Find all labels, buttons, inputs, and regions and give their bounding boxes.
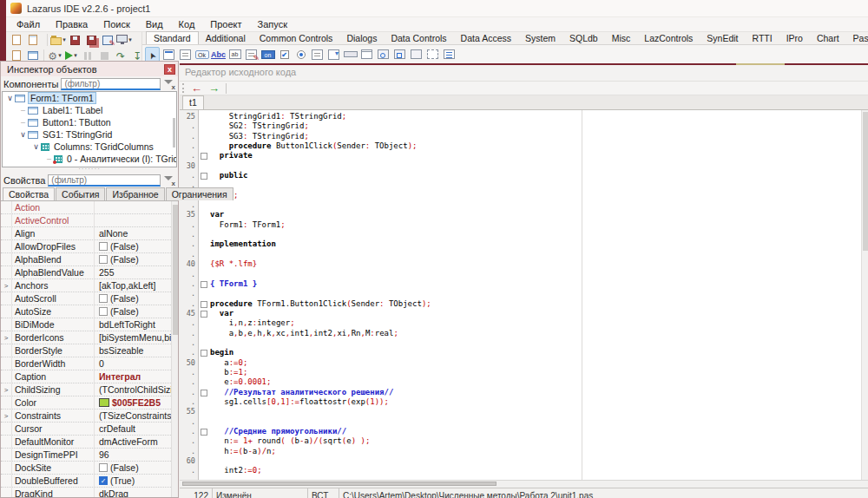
- fold-marker-icon[interactable]: [199, 279, 210, 289]
- expander-icon[interactable]: ∨: [18, 130, 28, 139]
- property-value[interactable]: (False): [95, 306, 178, 317]
- property-value[interactable]: (TControlChildSizing): [95, 384, 178, 395]
- tbutton-component[interactable]: Ok: [194, 47, 209, 62]
- property-row-action[interactable]: Action: [1, 201, 178, 214]
- menu-item-1[interactable]: Файл: [9, 18, 48, 30]
- menu-item-7[interactable]: Запуск: [250, 18, 295, 30]
- tcheckbox-component[interactable]: ✔: [277, 47, 292, 62]
- fold-marker-icon[interactable]: [199, 299, 210, 309]
- palette-tab-additional[interactable]: Additional: [199, 32, 253, 44]
- menu-item-3[interactable]: Поиск: [95, 18, 137, 30]
- property-value[interactable]: 255: [95, 267, 178, 278]
- property-row-color[interactable]: Color$005FE2B5: [1, 396, 178, 410]
- fold-marker-icon[interactable]: [199, 427, 210, 436]
- expander-icon[interactable]: ∨: [5, 94, 15, 102]
- property-value[interactable]: dkDrag: [95, 488, 178, 497]
- property-value[interactable]: bsSizeable: [95, 345, 178, 356]
- tmainmenu-component[interactable]: [161, 47, 176, 62]
- property-grid-scrollbar[interactable]: [171, 201, 178, 497]
- property-value[interactable]: (False): [95, 254, 178, 265]
- tree-item-0-аналитически-i[interactable]: –0 - Аналитически (I): TGridColumn: [3, 153, 176, 165]
- property-row-defaultmonitor[interactable]: DefaultMonitordmActiveForm: [1, 436, 178, 449]
- palette-tab-misc[interactable]: Misc: [605, 32, 638, 44]
- palette-tab-system[interactable]: System: [518, 32, 562, 44]
- dropdown-arrow-icon[interactable]: ▾: [58, 52, 62, 59]
- inspector-tab-свойства[interactable]: Свойства: [3, 187, 55, 200]
- menu-item-5[interactable]: Код: [171, 18, 203, 30]
- property-row-borderwidth[interactable]: BorderWidth0: [1, 357, 178, 370]
- component-tree[interactable]: ∨Form1: TForm1–Label1: TLabel–Button1: T…: [2, 91, 177, 167]
- property-value[interactable]: (False): [95, 462, 178, 473]
- open-unit-button[interactable]: [25, 33, 41, 48]
- property-row-anchors[interactable]: >Anchors[akTop,akLeft]: [1, 279, 178, 292]
- tframe-component[interactable]: [425, 47, 440, 62]
- code-area[interactable]: 25 StringGrid1: TStringGrid;. SG2: TStri…: [180, 110, 868, 480]
- property-row-bordericons[interactable]: >BorderIcons[biSystemMenu,biMinimi: [1, 331, 178, 344]
- property-row-doublebuffered[interactable]: DoubleBuffered✓(True): [1, 475, 178, 488]
- property-value[interactable]: [biSystemMenu,biMinimi: [95, 332, 178, 343]
- tree-item-form1[interactable]: ∨Form1: TForm1: [3, 92, 176, 104]
- property-value[interactable]: crDefault: [95, 423, 178, 434]
- property-value[interactable]: $005FE2B5: [95, 397, 178, 408]
- vertical-scrollbar-thumb[interactable]: [863, 112, 868, 251]
- toggle-form-unit-button[interactable]: [100, 33, 115, 48]
- property-value[interactable]: Интеграл: [95, 371, 178, 382]
- tcheckgroup-component[interactable]: [392, 47, 407, 62]
- property-row-activecontrol[interactable]: ActiveControl: [1, 214, 178, 227]
- checkbox-icon[interactable]: [99, 294, 108, 303]
- tree-item-sg1[interactable]: ∨SG1: TStringGrid: [3, 128, 176, 141]
- property-value[interactable]: 96: [95, 449, 178, 460]
- tree-item-columns[interactable]: ∨Columns: TGridColumns: [3, 141, 176, 153]
- expand-icon[interactable]: >: [1, 410, 12, 422]
- editor-tab-unit1[interactable]: t1: [182, 95, 204, 109]
- palette-tab-chart[interactable]: Chart: [810, 32, 846, 44]
- dropdown-arrow-icon[interactable]: ▾: [74, 52, 77, 59]
- property-row-align[interactable]: AlignalNone: [1, 227, 178, 240]
- palette-tab-lazcontrols[interactable]: LazControls: [637, 32, 700, 44]
- palette-tab-data-access[interactable]: Data Access: [454, 32, 518, 44]
- editor-vertical-scrollbar[interactable]: [861, 110, 868, 480]
- open-button[interactable]: ▾: [50, 33, 66, 48]
- palette-tab-common-controls[interactable]: Common Controls: [253, 32, 340, 44]
- inspector-tab-избранное[interactable]: Избранное: [106, 187, 164, 200]
- fold-marker-icon[interactable]: [199, 171, 210, 180]
- tree-item-label1[interactable]: –Label1: TLabel: [3, 104, 176, 116]
- palette-tab-data-controls[interactable]: Data Controls: [384, 32, 453, 44]
- properties-filter-input[interactable]: [48, 174, 161, 187]
- property-row-docksite[interactable]: DockSite(False): [1, 462, 178, 475]
- inspector-tab-события[interactable]: События: [56, 187, 105, 200]
- menu-item-4[interactable]: Вид: [138, 18, 171, 30]
- fold-marker-icon[interactable]: [199, 151, 210, 161]
- property-row-caption[interactable]: CaptionИнтеграл: [1, 370, 178, 383]
- palette-tab-standard[interactable]: Standard: [146, 31, 199, 44]
- fold-marker-icon[interactable]: [199, 309, 210, 318]
- property-scrollbar-thumb[interactable]: [173, 205, 178, 335]
- palette-tab-sqldb[interactable]: SQLdb: [562, 32, 605, 44]
- filter-funnel-icon[interactable]: [163, 174, 175, 186]
- palette-tab-rtti[interactable]: RTTI: [746, 32, 779, 44]
- property-row-alphablend[interactable]: AlphaBlend(False): [1, 253, 178, 266]
- property-grid[interactable]: ActionActiveControlAlignalNoneAllowDropF…: [1, 201, 178, 497]
- tgroupbox-component[interactable]: [359, 47, 374, 62]
- dropdown-arrow-icon[interactable]: ▾: [128, 36, 132, 43]
- property-value[interactable]: ✓(True): [95, 475, 178, 486]
- property-row-dragkind[interactable]: DragKinddkDrag: [1, 488, 178, 497]
- fold-marker-icon[interactable]: [199, 388, 210, 397]
- save-button[interactable]: [67, 33, 82, 48]
- tcombobox-component[interactable]: [326, 47, 341, 62]
- tlistbox-component[interactable]: [310, 47, 325, 62]
- color-swatch[interactable]: [99, 398, 109, 407]
- property-value[interactable]: dmActiveForm: [95, 436, 178, 447]
- property-value[interactable]: alNone: [95, 228, 178, 239]
- view-windows-button[interactable]: ▾: [116, 33, 132, 48]
- expand-icon[interactable]: >: [1, 383, 12, 396]
- property-value[interactable]: (False): [95, 241, 178, 252]
- checkbox-icon[interactable]: ✓: [99, 476, 108, 485]
- palette-tab-synedit[interactable]: SynEdit: [700, 32, 745, 44]
- object-inspector-titlebar[interactable]: Инспектор объектов x: [1, 62, 178, 76]
- property-row-borderstyle[interactable]: BorderStylebsSizeable: [1, 344, 178, 357]
- tedit-component[interactable]: ab: [227, 47, 242, 62]
- expand-icon[interactable]: >: [1, 279, 12, 292]
- tpopupmenu-component[interactable]: [178, 47, 193, 62]
- tscrollbar-component[interactable]: [343, 47, 358, 62]
